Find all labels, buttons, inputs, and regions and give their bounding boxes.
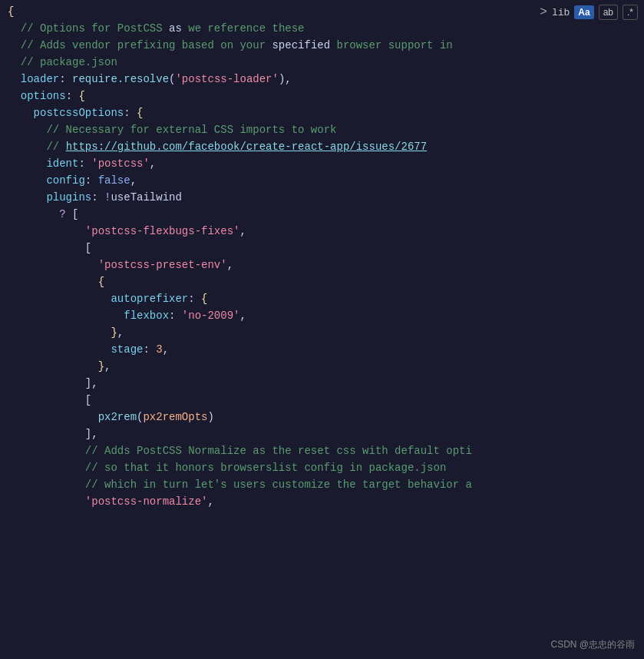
code-line: px2rem(px2remOpts)	[0, 409, 644, 426]
chevron-icon[interactable]: >	[540, 5, 547, 19]
code-line: options: {	[0, 88, 644, 104]
code-line: [	[0, 392, 644, 409]
code-line: // package.json	[0, 54, 644, 71]
watermark: CSDN @忠忠的谷雨	[550, 638, 635, 651]
regex-button[interactable]: .*	[623, 5, 638, 20]
code-line: 'postcss-flexbugs-fixes',	[0, 223, 644, 240]
lib-label: lib	[552, 7, 570, 18]
code-line: ],	[0, 375, 644, 392]
code-line: 'postcss-preset-env',	[0, 257, 644, 273]
code-line: autoprefixer: {	[0, 290, 644, 307]
code-line: // https://github.com/facebook/create-re…	[0, 138, 644, 155]
code-line: // Adds PostCSS Normalize as the reset c…	[0, 442, 644, 459]
code-line: },	[0, 324, 644, 341]
code-line: loader: require.resolve('postcss-loader'…	[0, 71, 644, 88]
code-line: ],	[0, 426, 644, 442]
code-line: },	[0, 358, 644, 375]
code-line: // Options for PostCSS as we reference t…	[0, 20, 644, 37]
code-line: plugins: !useTailwind	[0, 189, 644, 206]
code-line: {	[0, 273, 644, 290]
code-line: [	[0, 240, 644, 257]
toolbar: > lib Aa ab .*	[540, 5, 638, 20]
code-line: stage: 3,	[0, 341, 644, 358]
match-word-button[interactable]: ab	[599, 5, 618, 20]
code-line: config: false,	[0, 172, 644, 189]
match-case-button[interactable]: Aa	[574, 5, 593, 19]
code-line: // Adds vendor prefixing based on your s…	[0, 37, 644, 54]
code-line: ? [	[0, 206, 644, 223]
code-area[interactable]: { // Options for PostCSS as we reference…	[0, 0, 644, 659]
code-line: // so that it honors browserslist config…	[0, 459, 644, 476]
code-line: // which in turn let's users customize t…	[0, 476, 644, 493]
code-line: postcssOptions: {	[0, 104, 644, 121]
code-line: ident: 'postcss',	[0, 155, 644, 172]
code-line: 'postcss-normalize',	[0, 493, 644, 510]
code-line: flexbox: 'no-2009',	[0, 307, 644, 324]
editor-container: > lib Aa ab .* { // Options for PostCSS …	[0, 0, 644, 659]
code-line: // Necessary for external CSS imports to…	[0, 121, 644, 138]
